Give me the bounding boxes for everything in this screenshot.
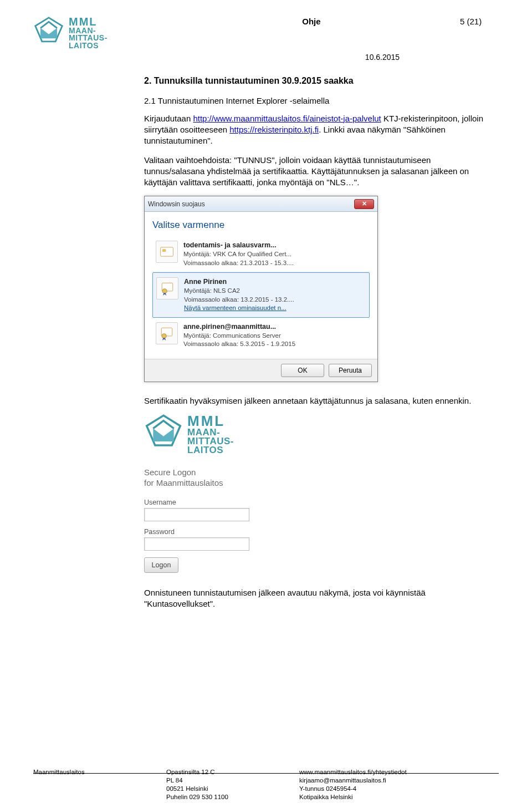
logon-button[interactable]: Logon [144,557,178,573]
cert-title: todentamis- ja salausvarm... [183,241,294,250]
mml-logo-icon [144,414,183,453]
paragraph-final: Onnistuneen tunnistautumisen jälkeen ava… [144,587,488,610]
cert-validity: Voimassaolo alkaa: 21.3.2013 - 15.3.... [183,259,294,268]
doc-date: 10.6.2015 [33,53,499,62]
cert-issuer: Myöntäjä: Communications Server [183,332,295,341]
svg-point-7 [162,334,166,338]
ok-button[interactable]: OK [281,364,324,377]
logo-text: MML MAAN- MITTAUS- LAITOS [69,17,108,49]
logon-title-l1: Secure Logon [144,467,196,477]
paragraph-intro: Kirjaudutaan http://www.maanmittauslaito… [144,113,488,147]
svg-marker-1 [40,28,57,39]
logon-form: MML MAAN- MITTAUS- LAITOS Secure Logon f… [144,414,310,573]
mml-logo-icon [33,17,64,48]
page-number: 5 (21) [460,17,499,26]
windows-security-dialog: Windowsin suojaus ✕ Valitse varmenne tod… [144,196,378,382]
footer-org: Maanmittauslaitos [33,769,85,775]
footer-address-1: Opastinsilta 12 C [166,769,215,775]
certificate-card-icon [156,241,178,263]
certificate-item-selected[interactable]: Anne Pirinen Myöntäjä: NLS CA2 Voimassao… [152,272,370,317]
footer-url: www.maanmittauslaitos.fi/yhteystiedot [299,769,407,775]
logo-mml: MML [187,414,234,428]
header-logo: MML MAAN- MITTAUS- LAITOS [33,17,108,49]
footer-col-1: Maanmittauslaitos [33,768,166,801]
cert-text: todentamis- ja salausvarm... Myöntäjä: V… [183,241,294,267]
footer-email: kirjaamo@maanmittauslaitos.fi [299,777,386,784]
cancel-button[interactable]: Peruuta [329,364,372,377]
username-input[interactable] [144,508,249,521]
cert-validity: Voimassaolo alkaa: 13.2.2015 - 13.2.... [184,296,294,304]
logo-line3: LAITOS [69,42,108,49]
svg-rect-3 [162,250,166,252]
dialog-footer: OK Peruuta [145,359,377,382]
certificate-ribbon-icon [156,322,178,344]
footer-address-2: PL 84 [166,777,183,784]
subsection-heading: 2.1 Tunnistautuminen Internet Explorer -… [144,96,488,105]
svg-rect-2 [161,247,173,256]
password-row: Password [144,528,310,551]
certificate-list: todentamis- ja salausvarm... Myöntäjä: V… [152,236,370,353]
cert-details-link[interactable]: Näytä varmenteen ominaisuudet n... [184,304,294,313]
cert-text: Anne Pirinen Myöntäjä: NLS CA2 Voimassao… [184,277,294,312]
link-aineistot[interactable]: http://www.maanmittauslaitos.fi/aineisto… [193,114,381,123]
dialog-title: Windowsin suojaus [148,200,205,208]
username-row: Username [144,499,310,521]
doc-type: Ohje [108,17,460,26]
dialog-body: Valitse varmenne todentamis- ja salausva… [145,212,377,358]
footer-city: Kotipaikka Helsinki [299,794,353,800]
logon-logo-text: MML MAAN- MITTAUS- LAITOS [187,414,234,455]
section-heading: 2. Tunnuksilla tunnistautuminen 30.9.201… [144,76,488,86]
certificate-ribbon-icon [156,277,178,299]
cert-title: Anne Pirinen [184,277,294,287]
certificate-item[interactable]: anne.pirinen@maanmittau... Myöntäjä: Com… [152,318,370,353]
cert-validity: Voimassaolo alkaa: 5.3.2015 - 1.9.2015 [183,340,295,349]
footer-phone: Puhelin 029 530 1100 [166,794,228,800]
footer-address-3: 00521 Helsinki [166,785,208,792]
page-footer: Maanmittauslaitos Opastinsilta 12 C PL 8… [33,768,499,801]
logo-line3: LAITOS [187,446,234,455]
dialog-prompt: Valitse varmenne [152,220,370,231]
logon-logo: MML MAAN- MITTAUS- LAITOS [144,414,310,455]
dialog-titlebar: Windowsin suojaus ✕ [145,196,377,212]
paragraph-tunnus: Valitaan vaihtoehdoista: "TUNNUS", jollo… [144,155,488,189]
content-area: 2. Tunnuksilla tunnistautuminen 30.9.201… [144,76,488,610]
dialog-close-button[interactable]: ✕ [354,199,374,209]
footer-col-2: Opastinsilta 12 C PL 84 00521 Helsinki P… [166,768,299,801]
cert-title: anne.pirinen@maanmittau... [183,322,295,332]
svg-marker-9 [153,429,173,441]
password-input[interactable] [144,537,249,551]
cert-issuer: Myöntäjä: NLS CA2 [184,287,294,296]
username-label: Username [144,499,310,506]
svg-point-5 [162,289,167,293]
link-rekisterinpito[interactable]: https://rekisterinpito.ktj.fi [229,125,319,134]
certificate-item[interactable]: todentamis- ja salausvarm... Myöntäjä: V… [152,236,370,272]
p1-text-a: Kirjaudutaan [144,114,193,123]
logon-title: Secure Logon for Maanmittauslaitos [144,467,310,489]
paragraph-after-dialog: Sertifikaatin hyväksymisen jälkeen annet… [144,395,488,406]
footer-col-3: www.maanmittauslaitos.fi/yhteystiedot ki… [299,768,407,801]
cert-text: anne.pirinen@maanmittau... Myöntäjä: Com… [183,322,295,349]
footer-vat: Y-tunnus 0245954-4 [299,785,356,792]
page-header: MML MAAN- MITTAUS- LAITOS Ohje 5 (21) [33,17,499,49]
password-label: Password [144,528,310,536]
logon-title-l2: for Maanmittauslaitos [144,478,223,487]
cert-issuer: Myöntäjä: VRK CA for Qualified Cert... [183,250,294,259]
close-icon: ✕ [362,200,367,207]
